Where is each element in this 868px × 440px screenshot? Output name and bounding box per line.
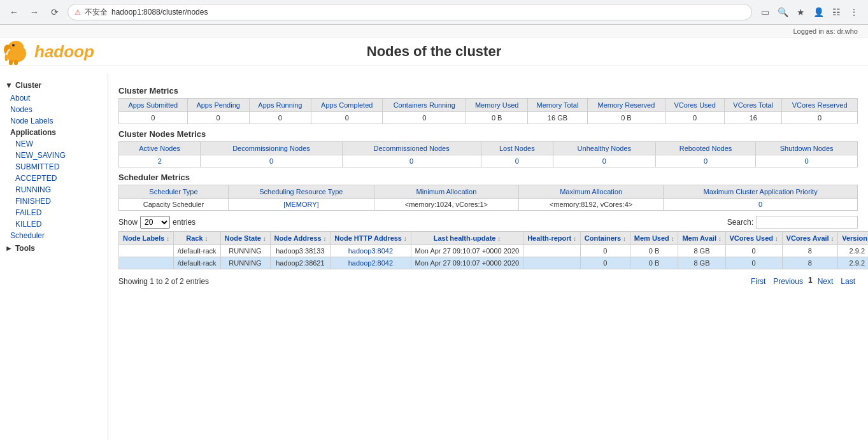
cell-containers-1: 0	[580, 245, 630, 257]
val-active-nodes[interactable]: 2	[119, 155, 201, 167]
sidebar-item-applications[interactable]: Applications	[0, 127, 108, 138]
cell-mem-avail-1: 8 GB	[678, 245, 725, 257]
security-label: 不安全	[85, 7, 108, 18]
cell-containers-2: 0	[580, 257, 630, 269]
col-last-health-update[interactable]: Last health-update ↕	[411, 232, 523, 245]
hadoop-elephant-icon	[0, 36, 32, 67]
login-text: Logged in as: dr.who	[793, 27, 858, 35]
val-vcores-reserved: 0	[782, 112, 858, 124]
val-apps-submitted: 0	[119, 112, 188, 124]
cell-node-labels-2	[119, 257, 174, 269]
val-decommissioned-nodes[interactable]: 0	[342, 155, 481, 167]
val-decommissioning-nodes[interactable]: 0	[201, 155, 342, 167]
cast-button[interactable]: ▭	[757, 4, 772, 20]
sidebar-cluster-header[interactable]: ▼ Cluster	[0, 78, 108, 92]
col-scheduler-type: Scheduler Type	[119, 185, 229, 199]
col-version[interactable]: Version ↕	[838, 232, 868, 245]
browser-chrome: ← → ⟳ ⚠ 不安全 hadoop1:8088/cluster/nodes ▭…	[0, 0, 868, 25]
pagination-first[interactable]: First	[748, 276, 768, 287]
sidebar-item-about[interactable]: About	[0, 92, 108, 104]
sidebar-item-new[interactable]: NEW	[0, 138, 108, 150]
val-rebooted-nodes[interactable]: 0	[655, 155, 756, 167]
col-decommissioning-nodes: Decommissioning Nodes	[201, 142, 342, 155]
cell-last-health-update-1: Mon Apr 27 09:10:07 +0000 2020	[411, 245, 523, 257]
sidebar-item-scheduler[interactable]: Scheduler	[0, 230, 108, 241]
sidebar-item-failed[interactable]: FAILED	[0, 207, 108, 218]
col-vcores-used[interactable]: VCores Used ↕	[725, 232, 782, 245]
cell-health-report-1	[523, 245, 581, 257]
sidebar-item-running[interactable]: RUNNING	[0, 184, 108, 195]
cell-vcores-used-1: 0	[725, 245, 782, 257]
val-shutdown-nodes[interactable]: 0	[756, 155, 858, 167]
col-vcores-used: VCores Used	[665, 99, 725, 112]
cell-version-2: 2.9.2	[838, 257, 868, 269]
col-vcores-avail[interactable]: VCores Avail ↕	[782, 232, 838, 245]
menu-button[interactable]: ⋮	[846, 4, 862, 20]
search-input[interactable]	[756, 216, 858, 229]
col-mem-avail[interactable]: Mem Avail ↕	[678, 232, 725, 245]
col-node-state[interactable]: Node State ↕	[220, 232, 270, 245]
val-memory-used: 0 B	[466, 112, 528, 124]
cell-mem-used-1: 0 B	[630, 245, 678, 257]
val-scheduling-resource-type[interactable]: [MEMORY]	[228, 199, 374, 211]
pagination-links: First Previous 1 Next Last	[748, 276, 858, 287]
entries-select[interactable]: 20 50 100	[140, 216, 170, 229]
sidebar-item-new-saving[interactable]: NEW_SAVING	[0, 150, 108, 161]
col-lost-nodes: Lost Nodes	[481, 142, 553, 155]
back-button[interactable]: ←	[6, 4, 22, 20]
col-scheduling-resource-type: Scheduling Resource Type	[228, 185, 374, 199]
sidebar-tools-header[interactable]: ► Tools	[0, 241, 108, 255]
cell-vcores-used-2: 0	[725, 257, 782, 269]
tools-label: Tools	[15, 244, 35, 253]
val-maximum-allocation: <memory:8192, vCores:4>	[519, 199, 664, 211]
sidebar-item-finished[interactable]: FINISHED	[0, 195, 108, 207]
scheduler-metrics-title: Scheduler Metrics	[118, 173, 858, 182]
table-controls: Show 20 50 100 entries Search:	[118, 216, 858, 229]
val-lost-nodes[interactable]: 0	[481, 155, 553, 167]
cell-node-state-1: RUNNING	[220, 245, 270, 257]
pagination-previous[interactable]: Previous	[771, 276, 806, 287]
col-memory-used: Memory Used	[466, 99, 528, 112]
col-node-http-address[interactable]: Node HTTP Address ↕	[331, 232, 411, 245]
cell-rack-2: /default-rack	[173, 257, 220, 269]
col-mem-used[interactable]: Mem Used ↕	[630, 232, 678, 245]
extensions-button[interactable]: ☷	[829, 4, 844, 20]
col-rack[interactable]: Rack ↕	[173, 232, 220, 245]
svg-rect-4	[9, 60, 13, 65]
cell-node-http-address-1[interactable]: hadoop3:8042	[331, 245, 411, 257]
pagination-info: Showing 1 to 2 of 2 entries	[118, 277, 209, 286]
col-memory-total: Memory Total	[528, 99, 588, 112]
col-containers[interactable]: Containers ↕	[580, 232, 630, 245]
sidebar-item-node-labels[interactable]: Node Labels	[0, 115, 108, 127]
svg-rect-5	[14, 60, 18, 65]
forward-button[interactable]: →	[27, 4, 42, 20]
login-bar: Logged in as: dr.who	[0, 25, 868, 38]
main-content: Cluster Metrics Apps Submitted Apps Pend…	[108, 73, 868, 440]
sidebar-item-accepted[interactable]: ACCEPTED	[0, 173, 108, 184]
cell-node-address-2: hadoop2:38621	[270, 257, 331, 269]
col-node-labels[interactable]: Node Labels ↕	[119, 232, 174, 245]
bookmark-button[interactable]: ★	[793, 4, 808, 20]
cluster-nodes-metrics-table: Active Nodes Decommissioning Nodes Decom…	[118, 141, 858, 167]
sidebar-item-killed[interactable]: KILLED	[0, 218, 108, 230]
cell-mem-used-2: 0 B	[630, 257, 678, 269]
col-health-report[interactable]: Health-report ↕	[523, 232, 581, 245]
col-decommissioned-nodes: Decommissioned Nodes	[342, 142, 481, 155]
sidebar-item-submitted[interactable]: SUBMITTED	[0, 161, 108, 173]
cell-node-http-address-2[interactable]: hadoop2:8042	[331, 257, 411, 269]
pagination-last[interactable]: Last	[838, 276, 858, 287]
hadoop-logo: hadoop	[0, 36, 94, 67]
col-maximum-allocation: Maximum Allocation	[519, 185, 664, 199]
profile-button[interactable]: 👤	[811, 4, 826, 20]
page-header: hadoop Nodes of the cluster	[0, 38, 868, 66]
sidebar-item-nodes[interactable]: Nodes	[0, 104, 108, 115]
page-layout: ▼ Cluster About Nodes Node Labels Applic…	[0, 73, 868, 440]
val-max-cluster-app-priority[interactable]: 0	[664, 199, 858, 211]
search-button[interactable]: 🔍	[775, 4, 790, 20]
col-containers-running: Containers Running	[383, 99, 466, 112]
col-node-address[interactable]: Node Address ↕	[270, 232, 331, 245]
val-unhealthy-nodes[interactable]: 0	[553, 155, 655, 167]
pagination-next[interactable]: Next	[815, 276, 836, 287]
cell-version-1: 2.9.2	[838, 245, 868, 257]
refresh-button[interactable]: ⟳	[47, 4, 62, 20]
